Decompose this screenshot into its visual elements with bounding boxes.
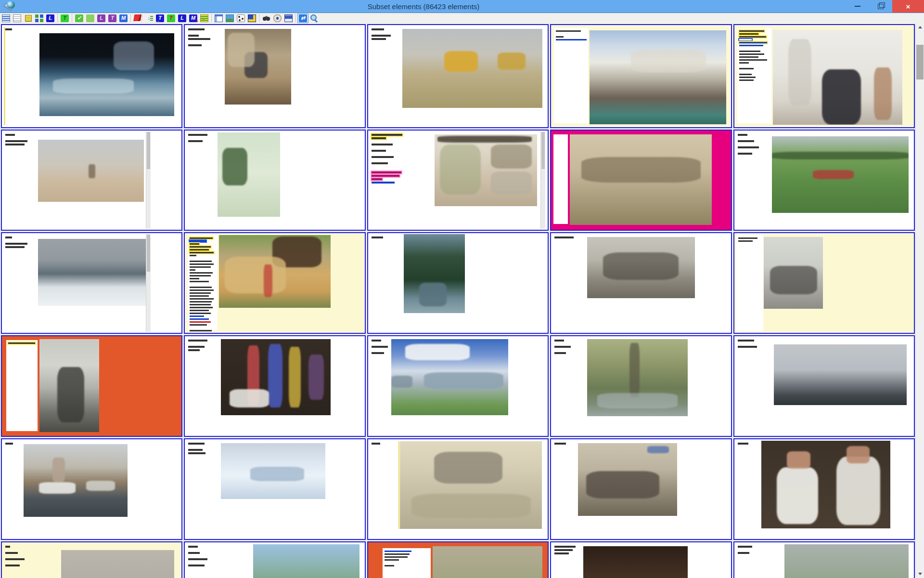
view-report-button[interactable]: [12, 13, 23, 23]
vertical-scrollbar[interactable]: [915, 23, 924, 578]
thumbnail-winter-sea-shore[interactable]: [38, 239, 146, 306]
thumbnail-bw-pier-beach-fence[interactable]: [578, 443, 677, 516]
thumbnail-dusk-winter-field[interactable]: [774, 344, 907, 405]
t-purple-button[interactable]: T: [107, 13, 118, 23]
thumbnail-man-in-white-hallway[interactable]: [773, 30, 902, 125]
minimize-button[interactable]: [846, 0, 869, 13]
list-t-button[interactable]: T: [59, 13, 70, 23]
copy-elements-button[interactable]: [23, 13, 34, 23]
thumbnail-space-station-over-earth[interactable]: [39, 33, 174, 116]
import-t-button[interactable]: T←: [166, 13, 177, 23]
thumbnail-man-among-paper-stacks[interactable]: [225, 29, 291, 105]
grid-cell-r3c4[interactable]: [550, 232, 732, 334]
grid-cell-r3c2[interactable]: [184, 232, 365, 334]
sort-elements-button[interactable]: ↓: [143, 13, 154, 23]
preview-button[interactable]: [272, 13, 283, 23]
grid-cell-r1c2[interactable]: [184, 24, 365, 128]
view-tiles-button[interactable]: [34, 13, 45, 23]
export-t-button[interactable]: T→: [154, 13, 166, 23]
cell-scrollbar[interactable]: [146, 234, 151, 332]
thumbnail-excavators-on-beach[interactable]: [402, 29, 542, 107]
thumbnail-bw-man-holding-child[interactable]: [39, 339, 99, 432]
scrollbar-thumb[interactable]: [916, 45, 924, 79]
random-button[interactable]: [235, 13, 246, 23]
grid-cell-r5c5[interactable]: [733, 438, 915, 540]
thumbnail-church-among-trees[interactable]: [253, 544, 359, 578]
thumbnail-kolberg-beach-postcard[interactable]: [400, 441, 542, 529]
grid-cell-r4c2[interactable]: [184, 335, 365, 437]
thumbnail-flooded-spring-trees[interactable]: [587, 339, 688, 416]
scroll-up-button[interactable]: [916, 23, 924, 31]
approve-button[interactable]: ✓: [74, 13, 85, 23]
thumbnail-aerial-green-field-red-roof[interactable]: [772, 136, 909, 213]
grid-cell-r2c1[interactable]: [1, 130, 182, 231]
save-button[interactable]: [283, 13, 294, 23]
thumbnail-newspaper-article-scan[interactable]: [435, 134, 537, 206]
thumbnail-beach-with-person[interactable]: [38, 140, 144, 202]
grid-cell-r3c1[interactable]: [1, 232, 182, 334]
grid-cell-r2c3[interactable]: [367, 130, 549, 231]
l-purple-button[interactable]: L: [96, 13, 107, 23]
text-line: [738, 140, 754, 142]
find-button[interactable]: [261, 13, 272, 23]
thumbnail-niagara-falls[interactable]: [590, 30, 726, 124]
grid-cell-r4c1[interactable]: [1, 335, 182, 437]
thumbnail-sepia-group-in-field[interactable]: [570, 134, 712, 224]
text-line: [190, 318, 209, 320]
grid-cell-r1c4[interactable]: [550, 24, 732, 128]
grid-cell-r5c2[interactable]: [184, 438, 365, 540]
import-l-button[interactable]: L←: [177, 13, 188, 23]
thumbnail-street-wires-trees[interactable]: [784, 544, 909, 578]
thumbnail-stained-glass-lobby[interactable]: [221, 339, 331, 415]
thumbnail-bw-winter-people[interactable]: [764, 237, 823, 309]
thumbnail-bw-group-women[interactable]: [61, 550, 174, 578]
grid-cell-r6c2[interactable]: [184, 541, 365, 578]
thumbnail-bw-group-of-men[interactable]: [587, 237, 695, 298]
grid-cell-r5c3[interactable]: [367, 438, 549, 540]
grid-cell-r2c2[interactable]: [184, 130, 365, 231]
m-blue-button[interactable]: M: [118, 13, 129, 23]
grid-cell-r5c1[interactable]: [1, 438, 182, 540]
list-l-button[interactable]: L: [45, 13, 56, 23]
green-flag-button[interactable]: [85, 13, 96, 23]
thumbnail-girls-in-white-dresses[interactable]: [761, 441, 891, 528]
grid-cell-r1c3[interactable]: [367, 24, 549, 128]
grid-cell-r6c1[interactable]: [1, 541, 182, 578]
close-button[interactable]: ×: [892, 0, 924, 13]
import-list-button[interactable]: ←: [199, 13, 210, 23]
thumbnail-snow-drifts[interactable]: [221, 443, 325, 499]
grid-cell-r1c1[interactable]: [1, 24, 182, 128]
grid-cell-r2c5[interactable]: [733, 130, 915, 231]
thumbnail-people-closeup[interactable]: [583, 546, 688, 578]
view-list-button[interactable]: [0, 13, 12, 23]
dictionary-button[interactable]: [132, 13, 143, 23]
scroll-down-button[interactable]: [916, 570, 924, 578]
thumbnail-forest-valley-person[interactable]: [404, 234, 465, 313]
properties-panel-button[interactable]: [213, 13, 224, 23]
grid-cell-r6c3[interactable]: [367, 541, 549, 578]
thumbnail-green-chair-in-corner[interactable]: [218, 132, 281, 217]
thumbnail-golden-retriever-and-boy[interactable]: [219, 235, 331, 308]
grid-cell-r3c5[interactable]: [733, 232, 915, 334]
grid-cell-r6c4[interactable]: [550, 541, 732, 578]
grid-cell-r4c3[interactable]: [367, 335, 549, 437]
grid-cell-r3c3[interactable]: [367, 232, 549, 334]
restore-button[interactable]: [869, 0, 892, 13]
export-database-button[interactable]: [246, 13, 257, 23]
slideshow-button[interactable]: →: [224, 13, 235, 23]
cell-scrollbar[interactable]: [540, 131, 545, 229]
text-line: [739, 77, 756, 78]
sync-view-button[interactable]: ⇄: [297, 13, 308, 23]
grid-cell-r4c4[interactable]: [550, 335, 732, 437]
cell-scrollbar[interactable]: [146, 131, 151, 229]
add-m-button[interactable]: M+: [188, 13, 199, 23]
grid-cell-r1c5[interactable]: [733, 24, 915, 128]
grid-cell-r5c4[interactable]: [550, 438, 732, 540]
thumbnail-harbor-boats-buildings[interactable]: [24, 444, 128, 517]
thumbnail-modern-building-clouds[interactable]: [391, 339, 508, 415]
grid-cell-r2c4[interactable]: [550, 130, 732, 231]
grid-cell-r4c5[interactable]: [733, 335, 915, 437]
grid-cell-r6c5[interactable]: [733, 541, 915, 578]
thumbnail-building-and-trees[interactable]: [433, 546, 542, 578]
zoom-button[interactable]: [308, 13, 320, 23]
